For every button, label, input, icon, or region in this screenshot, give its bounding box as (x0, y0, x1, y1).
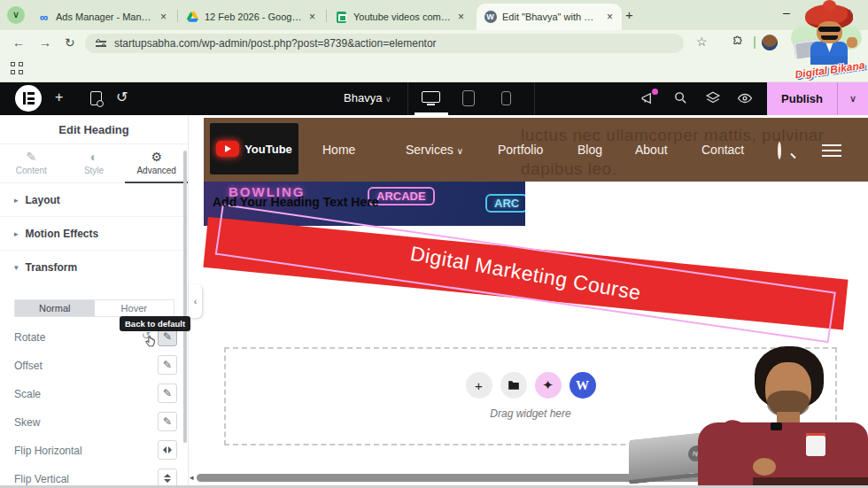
edit-offset-button[interactable]: ✎ (158, 355, 177, 375)
browser-tab-google-drive[interactable]: 12 Feb 2026 - Google Drive × (179, 4, 324, 30)
apps-grid-icon[interactable] (11, 62, 23, 74)
publish-button[interactable]: Publish ∨ (767, 82, 868, 115)
presenter-hand (753, 458, 776, 476)
panel-title: Edit Heading (0, 115, 188, 144)
section-layout[interactable]: ▸ Layout (0, 183, 188, 217)
tab-close-icon[interactable]: × (307, 11, 317, 23)
wordpress-widgets-button[interactable]: W (570, 372, 596, 399)
tab-close-icon[interactable]: × (159, 11, 168, 23)
nav-about[interactable]: About (635, 143, 668, 157)
template-folder-button[interactable] (500, 372, 527, 399)
scroll-left-icon[interactable]: ◂ (190, 473, 194, 482)
add-element-icon[interactable]: + (55, 89, 63, 105)
flip-horizontal-button[interactable] (158, 440, 177, 460)
tab-advanced[interactable]: ⚙ Advanced (125, 144, 188, 182)
finder-search-icon[interactable] (673, 90, 690, 107)
shirt-logo-patch (806, 433, 825, 456)
url-text[interactable]: startupsabha.com/wp-admin/post.php?post=… (114, 37, 437, 50)
add-widget-button[interactable]: + (466, 372, 492, 399)
tab-title: Youtube videos complete topic (353, 12, 451, 22)
elementor-logo-icon[interactable] (15, 85, 42, 112)
mascot-mustache (821, 35, 838, 40)
bookmarks-bar (0, 57, 868, 82)
presenter-webcam-overlay: hp (632, 341, 868, 485)
device-mobile-icon[interactable] (501, 91, 511, 105)
panel-collapse-button[interactable]: ‹ (189, 284, 202, 318)
state-switcher: Normal Hover (14, 299, 174, 317)
control-row-skew: Skew ✎ (0, 408, 189, 437)
mascot-sunglasses (818, 27, 841, 32)
elementor-topbar: + ↺ Bhavya ∨ Publish ∨ (0, 82, 868, 115)
back-to-default-tooltip: Back to default (120, 316, 190, 331)
site-header: luctus nec ullamcorper mattis, pulvinar … (204, 118, 868, 182)
tab-search-button[interactable]: ∨ (7, 6, 25, 24)
browser-tab-youtube-topics[interactable]: Youtube videos complete topic × (328, 4, 473, 30)
site-search-icon[interactable] (778, 142, 781, 159)
active-tab-underline (125, 182, 188, 183)
ai-sparkle-button[interactable]: ✦ (535, 372, 562, 399)
back-icon[interactable]: ← (12, 35, 25, 50)
panel-tabs: ✎ Content ◐ Style ⚙ Advanced (0, 144, 188, 183)
document-switcher[interactable]: Bhavya ∨ (344, 91, 391, 105)
topbar-divider (534, 82, 535, 115)
mascot-face (817, 21, 842, 43)
publish-options-icon[interactable]: ∨ (838, 93, 868, 105)
extensions-icon[interactable] (732, 35, 744, 48)
mascot-thumbs-up (847, 37, 857, 48)
chevron-down-icon: ∨ (457, 146, 463, 156)
edit-skew-button[interactable]: ✎ (158, 412, 177, 431)
tab-title: 12 Feb 2026 - Google Drive (205, 12, 302, 22)
preview-eye-icon[interactable] (737, 90, 754, 107)
tab-title: Edit "Bhavya" with Elementor (502, 12, 600, 22)
browser-window: ∨ ∞ Ads Manager - Manage ads - C × 12 Fe… (0, 0, 868, 488)
bookmark-star-icon[interactable]: ☆ (696, 35, 708, 49)
section-transform[interactable]: ▾ Transform (0, 251, 188, 284)
reload-icon[interactable]: ↻ (65, 35, 75, 50)
lapel-mic (771, 422, 782, 430)
page-settings-icon[interactable] (90, 91, 102, 105)
caret-right-icon: ▸ (14, 196, 19, 205)
nav-services[interactable]: Services∨ (406, 143, 463, 157)
tab-close-icon[interactable]: × (605, 11, 615, 23)
window-minimize-button[interactable]: – (783, 5, 790, 19)
device-tablet-icon[interactable] (462, 90, 475, 106)
structure-layers-icon[interactable] (705, 90, 722, 107)
history-icon[interactable]: ↺ (116, 89, 128, 105)
heading-placeholder-text[interactable]: Add Your Heading Text Here (213, 195, 378, 209)
forward-icon[interactable]: → (39, 35, 51, 50)
publish-label: Publish (767, 92, 837, 105)
device-desktop-icon[interactable] (422, 91, 440, 103)
desk (753, 477, 868, 485)
site-settings-icon[interactable] (96, 39, 106, 48)
nav-contact[interactable]: Contact (701, 143, 744, 157)
profile-avatar[interactable] (762, 35, 778, 50)
site-menu-icon[interactable] (822, 141, 841, 160)
panel-scrollbar[interactable] (183, 151, 187, 443)
browser-tab-elementor-active[interactable]: W Edit "Bhavya" with Elementor × (477, 4, 622, 30)
tab-title: Ads Manager - Manage ads - C (56, 12, 153, 22)
google-sheets-icon (335, 11, 348, 24)
address-bar[interactable]: startupsabha.com/wp-admin/post.php?post=… (85, 34, 684, 53)
tab-strip: ∨ ∞ Ads Manager - Manage ads - C × 12 Fe… (0, 0, 868, 30)
browser-tab-ads-manager[interactable]: ∞ Ads Manager - Manage ads - C × (30, 4, 175, 30)
caret-down-icon: ▾ (14, 263, 19, 272)
section-motion-effects[interactable]: ▸ Motion Effects (0, 217, 188, 251)
tab-style[interactable]: ◐ Style (63, 144, 126, 182)
caret-right-icon: ▸ (14, 229, 19, 238)
neon-arc-sign: ARC (485, 194, 525, 213)
nav-home[interactable]: Home (322, 143, 355, 157)
state-hover[interactable]: Hover (95, 300, 174, 316)
site-logo[interactable]: YouTube (210, 123, 298, 174)
new-tab-button[interactable]: + (625, 7, 633, 22)
tab-close-icon[interactable]: × (456, 11, 466, 23)
state-normal[interactable]: Normal (15, 300, 95, 316)
whats-new-icon[interactable] (640, 90, 657, 107)
edit-scale-button[interactable]: ✎ (158, 383, 177, 403)
preview-canvas: luctus nec ullamcorper mattis, pulvinar … (189, 115, 868, 488)
chevron-down-icon: ∨ (385, 95, 391, 104)
tab-content[interactable]: ✎ Content (0, 144, 63, 182)
topbar-divider (407, 82, 408, 115)
nav-blog[interactable]: Blog (577, 143, 602, 157)
google-drive-icon (186, 11, 199, 24)
nav-portfolio[interactable]: Portfolio (498, 143, 543, 157)
